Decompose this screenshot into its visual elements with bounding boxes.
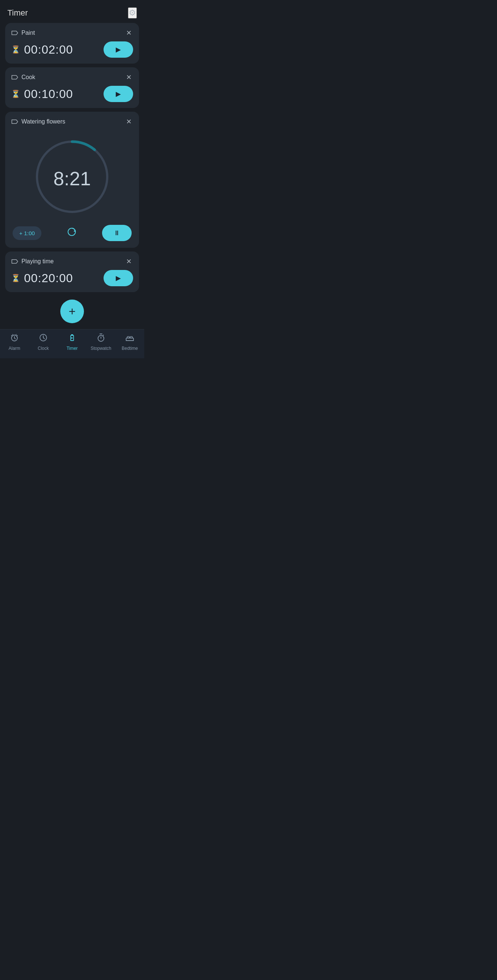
label-icon-cook bbox=[11, 75, 19, 80]
card-label-watering: Watering flowers bbox=[21, 118, 65, 125]
play-button-paint[interactable]: ▶ bbox=[104, 41, 133, 58]
svg-rect-8 bbox=[126, 338, 134, 340]
reset-button[interactable] bbox=[67, 227, 76, 239]
card-header-watering: Watering flowers ✕ bbox=[11, 117, 133, 126]
timer-nav-icon bbox=[68, 333, 76, 344]
hourglass-icon-cook: ⏳ bbox=[11, 89, 20, 99]
timer-card-watering: Watering flowers ✕ 8:21 + 1:00 bbox=[5, 112, 139, 248]
app-header: Timer ⚙ bbox=[0, 0, 144, 23]
nav-item-stopwatch[interactable]: Stopwatch bbox=[90, 333, 112, 351]
play-button-cook[interactable]: ▶ bbox=[104, 86, 133, 102]
close-button-watering[interactable]: ✕ bbox=[124, 117, 133, 126]
play-button-playing[interactable]: ▶ bbox=[104, 270, 133, 286]
card-label-paint: Paint bbox=[21, 30, 35, 36]
card-label-cook: Cook bbox=[21, 74, 35, 81]
label-icon-playing bbox=[11, 259, 19, 264]
pause-button[interactable]: ⏸ bbox=[102, 225, 132, 241]
hourglass-icon-playing: ⏳ bbox=[11, 274, 20, 283]
add-timer-button[interactable]: + bbox=[60, 299, 84, 323]
nav-label-clock: Clock bbox=[38, 346, 49, 351]
close-button-paint[interactable]: ✕ bbox=[124, 28, 133, 38]
stopwatch-icon bbox=[97, 333, 105, 344]
nav-label-alarm: Alarm bbox=[8, 346, 20, 351]
svg-rect-10 bbox=[130, 337, 132, 338]
nav-item-alarm[interactable]: Alarm bbox=[3, 333, 25, 351]
time-row-cook: ⏳ 00:10:00 ▶ bbox=[11, 86, 133, 102]
card-label-playing: Playing time bbox=[21, 258, 54, 265]
nav-item-timer[interactable]: Timer bbox=[61, 333, 83, 351]
circle-timer-svg: 8:21 bbox=[32, 136, 113, 218]
reset-icon bbox=[67, 227, 76, 237]
timer-card-paint: Paint ✕ ⏳ 00:02:00 ▶ bbox=[5, 23, 139, 64]
fab-container: + bbox=[0, 292, 144, 329]
settings-button[interactable]: ⚙ bbox=[128, 7, 137, 19]
card-header-playing: Playing time ✕ bbox=[11, 257, 133, 266]
close-button-playing[interactable]: ✕ bbox=[124, 257, 133, 266]
nav-label-bedtime: Bedtime bbox=[122, 346, 138, 351]
card-header-paint: Paint ✕ bbox=[11, 28, 133, 38]
active-controls: + 1:00 ⏸ bbox=[11, 225, 133, 241]
nav-label-timer: Timer bbox=[67, 346, 78, 351]
time-display-paint: 00:02:00 bbox=[24, 43, 73, 57]
hourglass-icon-paint: ⏳ bbox=[11, 45, 20, 54]
label-icon-watering bbox=[11, 119, 19, 124]
page-title: Timer bbox=[7, 8, 28, 18]
time-display-playing: 00:20:00 bbox=[24, 272, 73, 285]
timers-list: Paint ✕ ⏳ 00:02:00 ▶ Cook ✕ ⏳ 0 bbox=[0, 23, 144, 292]
bottom-navigation: Alarm Clock Timer bbox=[0, 329, 144, 358]
nav-label-stopwatch: Stopwatch bbox=[91, 346, 111, 351]
bedtime-icon bbox=[125, 333, 134, 344]
circle-timer-container: 8:21 bbox=[11, 130, 133, 225]
timer-card-playing: Playing time ✕ ⏳ 00:20:00 ▶ bbox=[5, 251, 139, 292]
nav-item-clock[interactable]: Clock bbox=[32, 333, 54, 351]
timer-card-cook: Cook ✕ ⏳ 00:10:00 ▶ bbox=[5, 67, 139, 108]
time-row-paint: ⏳ 00:02:00 ▶ bbox=[11, 41, 133, 58]
svg-rect-9 bbox=[127, 337, 129, 338]
alarm-icon bbox=[10, 333, 19, 344]
card-header-cook: Cook ✕ bbox=[11, 73, 133, 82]
active-time-display: 8:21 bbox=[53, 168, 91, 189]
add-time-button[interactable]: + 1:00 bbox=[13, 226, 41, 240]
time-display-cook: 00:10:00 bbox=[24, 87, 73, 101]
label-icon-paint bbox=[11, 30, 19, 35]
close-button-cook[interactable]: ✕ bbox=[124, 73, 133, 82]
nav-item-bedtime[interactable]: Bedtime bbox=[119, 333, 141, 351]
time-row-playing: ⏳ 00:20:00 ▶ bbox=[11, 270, 133, 286]
clock-icon bbox=[39, 333, 48, 344]
